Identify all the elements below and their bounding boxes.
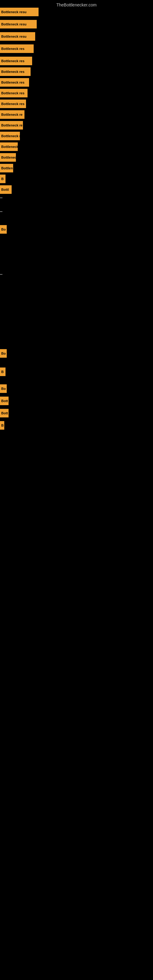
bar-item: Bottleneck res [0,57,32,65]
bar-label: Bottlen [0,164,13,172]
bar-label: Bottleneck res [0,78,29,87]
bar-item: Bottleneck resu [0,20,37,29]
bar-item: B [0,368,5,376]
bar-item: Bottleneck [0,153,16,162]
bar-item: Bottleneck res [0,78,29,87]
bar-label: Bo [0,225,7,234]
bar-label: Bottleneck res [0,57,32,65]
bar-label: B [0,421,4,430]
bar-item: Bottleneck re [0,110,24,119]
bar-item: Bottl [0,185,12,194]
bar-label: Bottleneck res [0,89,27,97]
bar-item: Bottleneck re [0,121,23,130]
bar-item: Bottleneck resu [0,8,38,16]
bar-item: Bottleneck res [0,67,30,76]
bar-label: Bottleneck res [0,100,26,108]
bar-item [0,197,2,198]
bar-item: Bottleneck res [0,100,26,108]
bar-label: Bott [0,409,9,417]
bar-item: Bottleneck res [0,45,33,53]
bar-label: Bottleneck r [0,142,18,151]
bar-label: Bo [0,384,7,393]
bar-label: B [0,175,5,183]
bar-label: Bottleneck r [0,132,20,140]
bar-item [0,274,2,275]
bar-item: Bottleneck resu [0,32,35,41]
bar-label: Bott [0,396,9,405]
bar-item: Bo [0,349,7,358]
bar-label: Bottleneck re [0,110,24,119]
bar-label: Bottleneck res [0,45,33,53]
bar-item: Bott [0,409,9,417]
bar-label: Bottleneck res [0,67,30,76]
bar-item: Bottleneck r [0,142,18,151]
bar-item: Bottlen [0,164,13,172]
bar-label: Bottleneck resu [0,8,38,16]
bar-item: Bott [0,396,9,405]
bar-label: Bottleneck resu [0,20,37,29]
bar-label: Bottleneck resu [0,32,35,41]
bar-label: B [0,368,5,376]
bar-item: Bottleneck r [0,132,20,140]
bar-label: Bottleneck [0,153,16,162]
bar-label: Bottl [0,185,12,194]
bar-item: Bo [0,384,7,393]
bar-item [0,211,2,212]
bar-item: B [0,421,4,430]
bar-label: Bottleneck re [0,121,23,130]
bar-item: B [0,175,5,183]
bar-label: Bo [0,349,7,358]
bar-item: Bottleneck res [0,89,27,97]
bar-item: Bo [0,225,7,234]
